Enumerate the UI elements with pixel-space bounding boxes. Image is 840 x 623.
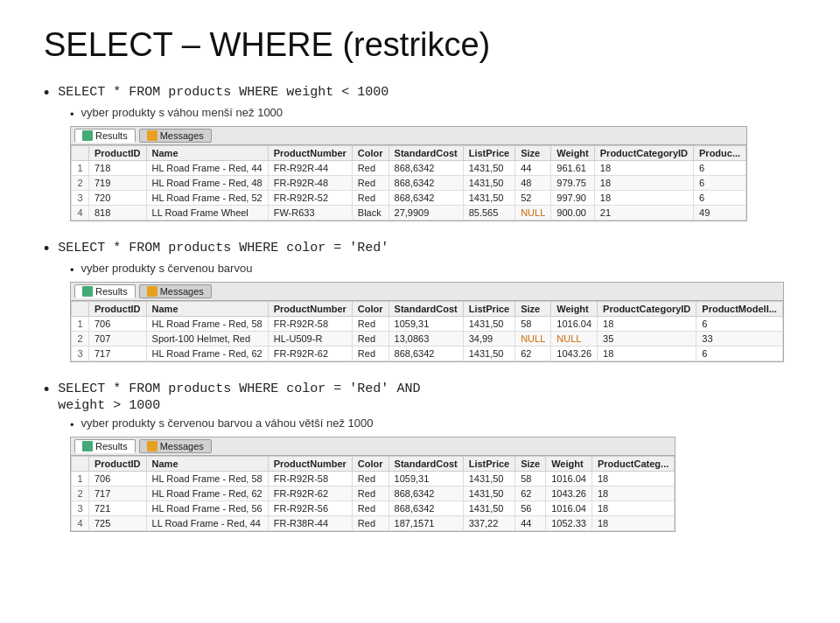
section3-code-line1: SELECT * FROM products WHERE color = 'Re…	[58, 382, 420, 396]
table-cell: 33	[696, 332, 783, 346]
table-cell: 6	[696, 346, 783, 361]
table-cell: NULL	[515, 332, 551, 346]
table-cell: 1	[72, 317, 89, 332]
bullet-dot-2: •	[44, 240, 49, 258]
table3-results-tab[interactable]: Results	[74, 439, 136, 453]
table-cell: 1431,50	[463, 317, 514, 332]
table-cell: 34,99	[463, 332, 514, 346]
table-cell: 706	[89, 472, 147, 486]
table-cell: Red	[352, 501, 388, 516]
table-cell: 720	[89, 191, 147, 206]
table-cell: 18	[598, 346, 696, 361]
table-cell: HL Road Frame - Red, 62	[146, 346, 268, 361]
table-cell: HL Road Frame - Red, 58	[146, 472, 268, 486]
table-cell: 1431,50	[463, 161, 514, 176]
table-cell: Red	[352, 472, 388, 486]
col-standardcost: StandardCost	[388, 302, 463, 317]
table-cell: 1431,50	[463, 501, 514, 516]
messages-icon-3	[147, 441, 158, 452]
table-cell: 4	[72, 516, 89, 531]
table-cell: 58	[515, 317, 551, 332]
table1-results-tab[interactable]: Results	[74, 129, 136, 143]
col-productcategoryid: ProductCategoryID	[598, 302, 696, 317]
table-cell: 3	[72, 346, 89, 361]
table-cell: 718	[89, 161, 147, 176]
table-cell: Red	[352, 176, 388, 191]
col-productid: ProductID	[89, 457, 147, 472]
table-cell: FR-R38R-44	[268, 516, 352, 531]
table-cell: 1016.04	[546, 472, 592, 486]
table-cell: 706	[89, 317, 147, 332]
col-name: Name	[146, 302, 268, 317]
messages-icon	[147, 130, 158, 141]
table-cell: Red	[352, 332, 388, 346]
table-cell: 868,6342	[388, 346, 463, 361]
table-cell: 2	[72, 176, 89, 191]
col-productid: ProductID	[89, 302, 147, 317]
table-cell: HL Road Frame - Red, 58	[146, 317, 268, 332]
table-cell: 52	[515, 191, 551, 206]
table-cell: 1	[72, 161, 89, 176]
table-cell: HL Road Frame - Red, 56	[146, 501, 268, 516]
table2-messages-tab[interactable]: Messages	[139, 284, 212, 298]
table-cell: FR-R92R-62	[268, 486, 352, 501]
table-cell: 18	[594, 191, 693, 206]
table-cell: 18	[592, 472, 674, 486]
table-cell: 6	[694, 191, 746, 206]
table-cell: HL Road Frame - Red, 44	[146, 161, 268, 176]
table2-results-tab[interactable]: Results	[74, 284, 136, 298]
table-cell: 21	[594, 206, 693, 220]
table-cell: HL-U509-R	[268, 332, 352, 346]
table-cell: 1431,50	[463, 486, 514, 501]
table-cell: 717	[89, 486, 147, 501]
table1-toolbar: Results Messages	[71, 127, 746, 145]
table-cell: 868,6342	[388, 176, 463, 191]
table-cell: FR-R92R-56	[268, 501, 352, 516]
col-name: Name	[146, 146, 268, 161]
table-cell: 997.90	[551, 191, 594, 206]
col-size: Size	[515, 302, 551, 317]
table-cell: 717	[89, 346, 147, 361]
table-cell: 868,6342	[388, 161, 463, 176]
table-cell: Sport-100 Helmet, Red	[146, 332, 268, 346]
table-cell: 49	[694, 206, 746, 220]
table-cell: 18	[594, 176, 693, 191]
table-cell: 6	[696, 317, 783, 332]
table-cell: FR-R92R-58	[268, 472, 352, 486]
table-cell: 18	[592, 501, 674, 516]
col-listprice: ListPrice	[463, 146, 514, 161]
col-productnumber: ProductNumber	[268, 457, 352, 472]
table3-messages-label: Messages	[160, 441, 204, 452]
table-cell: 18	[592, 486, 674, 501]
col-weight: Weight	[551, 302, 598, 317]
table-cell: 48	[515, 176, 551, 191]
table1: ProductID Name ProductNumber Color Stand…	[71, 145, 746, 220]
table1-messages-tab[interactable]: Messages	[139, 129, 212, 143]
table-cell: 1052.33	[546, 516, 592, 531]
table-cell: 337,22	[463, 516, 514, 531]
table-cell: 3	[72, 501, 89, 516]
table-cell: 2	[72, 332, 89, 346]
table-cell: 868,6342	[388, 501, 463, 516]
table2-container: Results Messages ProductID Name ProductN…	[70, 282, 784, 362]
section-2: • SELECT * FROM products WHERE color = '…	[44, 239, 796, 371]
table-cell: 1431,50	[463, 472, 514, 486]
section1-desc: vyber produkty s váhou menší než 1000	[81, 106, 284, 119]
table2: ProductID Name ProductNumber Color Stand…	[71, 301, 783, 361]
col-color: Color	[352, 146, 388, 161]
results-icon	[82, 130, 93, 141]
col-name: Name	[146, 457, 268, 472]
section2-desc: vyber produkty s červenou barvou	[81, 262, 253, 275]
table-cell: LL Road Frame Wheel	[146, 206, 268, 220]
col-productmodelid: ProductModelI...	[696, 302, 783, 317]
table-cell: 44	[515, 161, 551, 176]
table-cell: 868,6342	[388, 191, 463, 206]
table-cell: 707	[89, 332, 147, 346]
table-cell: HL Road Frame - Red, 48	[146, 176, 268, 191]
table3-messages-tab[interactable]: Messages	[139, 439, 212, 453]
table3-container: Results Messages ProductID Name ProductN…	[70, 437, 676, 532]
table-cell: 1	[72, 472, 89, 486]
col-listprice: ListPrice	[463, 457, 514, 472]
table-cell: 85.565	[463, 206, 514, 220]
col-weight: Weight	[546, 457, 592, 472]
